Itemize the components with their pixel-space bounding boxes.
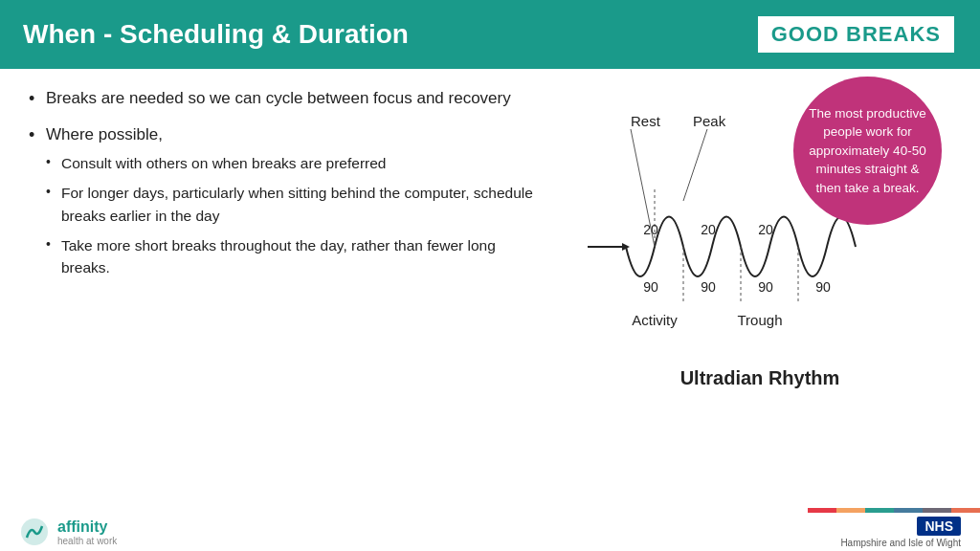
affinity-logo: affinity health at work [19,517,117,547]
sub-bullet-text-3: Take more short breaks throughout the da… [61,237,496,276]
bullet-item-2: Where possible, Consult with others on w… [29,122,540,279]
main-bullet-list: Breaks are needed so we can cycle betwee… [29,86,540,278]
bullet-item-1: Breaks are needed so we can cycle betwee… [29,86,540,111]
sub-bullet-text-2: For longer days, particularly when sitti… [61,185,533,223]
bullet-text-1: Breaks are needed so we can cycle betwee… [46,89,511,107]
nhs-org: Hampshire and Isle of Wight [840,538,961,548]
svg-text:90: 90 [701,279,716,295]
productivity-circle: The most productive people work for appr… [793,77,942,225]
sub-bullet-3: Take more short breaks throughout the da… [46,234,540,279]
affinity-text: affinity health at work [57,518,117,546]
left-column: Breaks are needed so we can cycle betwee… [29,86,549,503]
main-content: Breaks are needed so we can cycle betwee… [0,69,980,513]
nhs-logo: NHS [917,517,961,536]
svg-text:20: 20 [758,222,773,237]
svg-text:Trough: Trough [738,312,783,328]
svg-text:20: 20 [701,222,716,237]
svg-text:90: 90 [643,279,658,295]
affinity-name: affinity [57,518,117,536]
affinity-subtitle: health at work [57,536,117,546]
diagram-title: Ultradian Rhythm [680,367,840,389]
sub-bullet-2: For longer days, particularly when sitti… [46,182,540,227]
page-header: When - Scheduling & Duration GOOD BREAKS [0,0,980,69]
nhs-badge: NHS Hampshire and Isle of Wight [840,517,961,548]
sub-bullet-text-1: Consult with others on when breaks are p… [61,155,386,171]
productivity-text: The most productive people work for appr… [807,104,928,198]
svg-text:Activity: Activity [632,312,678,328]
page-title: When - Scheduling & Duration [23,19,409,50]
right-column: The most productive people work for appr… [568,86,951,503]
svg-line-19 [683,129,707,201]
svg-text:90: 90 [815,279,831,295]
footer: affinity health at work NHS Hampshire an… [0,513,980,551]
bullet-text-2: Where possible, [46,125,163,143]
sub-bullet-1: Consult with others on when breaks are p… [46,152,540,174]
rest-label: Rest [631,113,661,129]
svg-text:90: 90 [758,279,773,295]
good-breaks-badge: GOOD BREAKS [755,13,957,55]
affinity-icon [19,517,50,547]
sub-bullet-list: Consult with others on when breaks are p… [46,152,540,278]
peak-label: Peak [693,113,726,129]
